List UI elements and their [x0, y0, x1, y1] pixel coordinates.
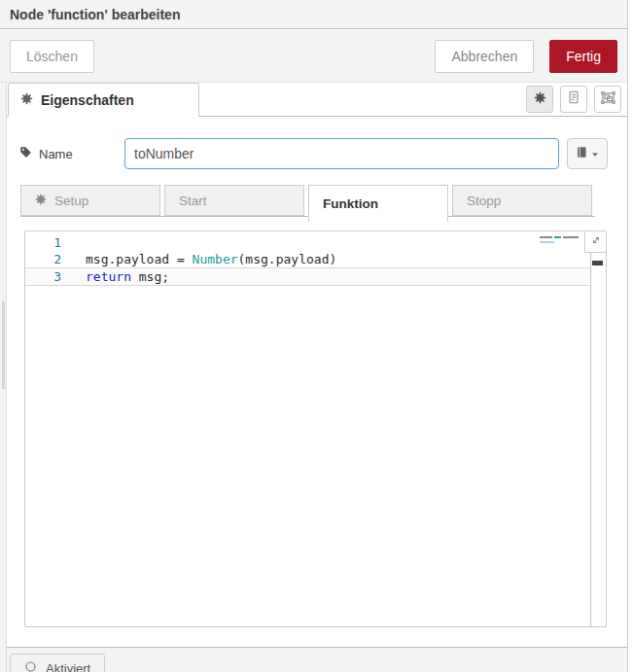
tab-properties-label: Eigenschaften — [41, 92, 134, 108]
node-description-button[interactable] — [560, 86, 587, 113]
minimap-line — [540, 241, 586, 243]
circle-icon — [24, 660, 37, 672]
properties-tab-row: Eigenschaften — [0, 83, 627, 117]
code-editor[interactable]: 1 2 msg.payload = Number(msg.payload) 3 … — [24, 230, 607, 627]
name-field-row: Name — [19, 138, 608, 169]
tag-icon — [19, 146, 32, 161]
gear-icon — [35, 194, 47, 208]
code-line[interactable]: 1 — [25, 234, 591, 251]
tab-setup[interactable]: Setup — [20, 185, 160, 216]
function-tabs: Setup Start Funktion Stopp — [20, 185, 595, 222]
file-text-icon — [567, 90, 580, 108]
object-group-icon — [601, 90, 615, 109]
library-button[interactable] — [567, 138, 608, 169]
line-number: 2 — [25, 251, 61, 267]
code-line-current[interactable]: 3 return msg; — [25, 267, 591, 286]
minimap-segment — [563, 236, 579, 238]
line-number: 1 — [25, 234, 61, 251]
gear-icon — [534, 90, 546, 108]
node-enabled-toggle[interactable]: Aktiviert — [10, 654, 105, 672]
line-number: 3 — [25, 268, 61, 285]
tab-properties[interactable]: Eigenschaften — [8, 83, 199, 117]
node-group-button[interactable] — [594, 86, 621, 113]
enabled-label: Aktiviert — [46, 661, 90, 672]
tab-stopp[interactable]: Stopp — [452, 185, 592, 216]
tab-funktion[interactable]: Funktion — [308, 185, 448, 222]
name-field-label: Name — [19, 146, 124, 161]
minimap-line — [540, 236, 586, 238]
name-label-text: Name — [39, 147, 73, 161]
name-input[interactable] — [124, 138, 559, 169]
tab-funktion-label: Funktion — [323, 196, 378, 211]
code-line[interactable]: 2 msg.payload = Number(msg.payload) — [25, 251, 591, 267]
code-lines: 1 2 msg.payload = Number(msg.payload) 3 … — [25, 234, 591, 286]
dialog-footer: Aktiviert — [0, 647, 627, 672]
node-settings-button[interactable] — [526, 86, 553, 113]
tray-resize-handle[interactable] — [0, 83, 7, 672]
cancel-button[interactable]: Abbrechen — [435, 40, 534, 73]
minimap-segment — [554, 236, 561, 238]
expand-icon — [590, 234, 602, 249]
editor-expand-button[interactable] — [584, 231, 606, 253]
done-button[interactable]: Fertig — [549, 40, 617, 73]
dialog-title: Node 'function' bearbeiten — [10, 7, 180, 22]
caret-down-icon — [591, 145, 599, 162]
editor-overview-ruler — [590, 231, 591, 626]
delete-button[interactable]: Löschen — [10, 40, 94, 73]
minimap-segment — [540, 236, 552, 238]
tab-setup-label: Setup — [54, 194, 88, 208]
code-text: msg.payload = Number(msg.payload) — [86, 251, 336, 267]
tab-start-label: Start — [179, 194, 207, 208]
editor-minimap[interactable] — [540, 236, 586, 246]
editor-toolbar-buttons — [526, 86, 621, 113]
edit-node-dialog: Node 'function' bearbeiten Löschen Abbre… — [0, 0, 633, 672]
resize-grip — [2, 301, 5, 389]
dialog-title-bar: Node 'function' bearbeiten — [0, 0, 627, 29]
gear-icon — [20, 92, 33, 108]
dialog-toolbar: Löschen Abbrechen Fertig — [0, 30, 627, 83]
tab-start[interactable]: Start — [164, 185, 304, 216]
dialog-main: Node 'function' bearbeiten Löschen Abbre… — [0, 0, 628, 672]
editor-scroll-marker — [592, 261, 603, 265]
tab-stopp-label: Stopp — [467, 194, 501, 208]
book-icon — [576, 145, 588, 162]
code-text: return msg; — [86, 268, 169, 285]
minimap-segment — [540, 241, 554, 243]
